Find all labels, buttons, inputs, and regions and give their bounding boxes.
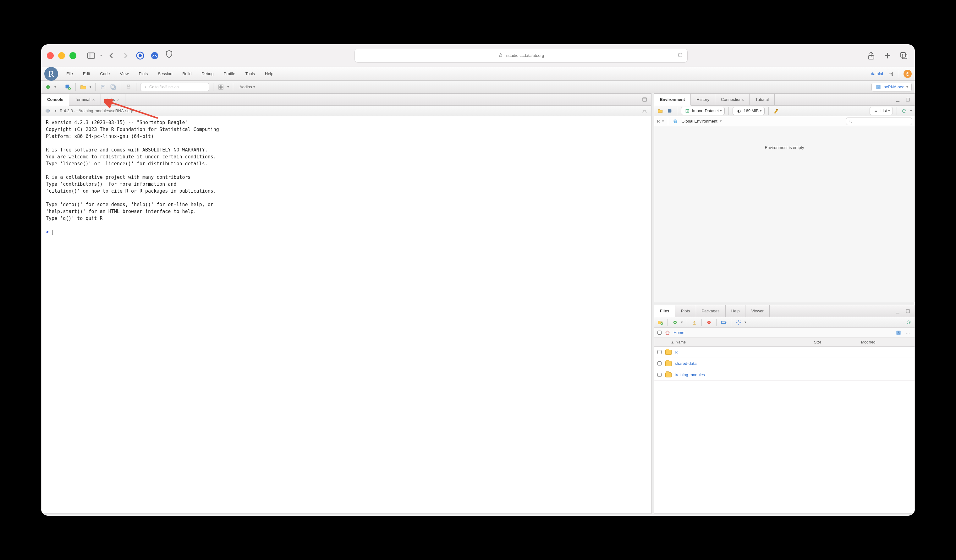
env-view-mode[interactable]: ≡ List▾ [870, 107, 893, 115]
more-icon[interactable]: … [904, 329, 911, 336]
tab-tutorial[interactable]: Tutorial [750, 94, 775, 105]
tab-help-pane[interactable]: Help [726, 305, 746, 317]
r-lang-icon[interactable]: R [45, 107, 52, 114]
r-project-icon[interactable]: R [895, 329, 902, 336]
env-search-input[interactable] [846, 118, 912, 125]
menu-file[interactable]: File [62, 69, 77, 78]
row-checkbox[interactable] [657, 373, 662, 377]
file-name[interactable]: shared-data [675, 361, 697, 366]
shield-icon[interactable] [164, 49, 175, 60]
quit-session-button[interactable] [904, 70, 912, 78]
close-icon[interactable]: × [117, 97, 120, 102]
new-tab-icon[interactable] [882, 50, 893, 61]
menu-debug[interactable]: Debug [197, 69, 218, 78]
refresh-env-icon[interactable] [901, 107, 907, 114]
refresh-files-icon[interactable] [905, 319, 912, 326]
save-icon[interactable] [99, 83, 107, 91]
gear-icon[interactable] [735, 319, 742, 326]
tabs-overview-icon[interactable] [898, 50, 909, 61]
menu-plots[interactable]: Plots [134, 69, 152, 78]
breadcrumb-home[interactable]: Home [673, 330, 684, 335]
logout-icon[interactable] [887, 71, 895, 77]
project-selector[interactable]: R scRNA-seq ▾ [871, 83, 912, 91]
refresh-icon[interactable] [677, 52, 683, 59]
tab-console[interactable]: Console [41, 94, 69, 105]
new-blank-file-icon[interactable] [671, 319, 679, 326]
new-file-icon[interactable] [44, 83, 52, 91]
clear-console-icon[interactable] [641, 107, 648, 114]
col-name[interactable]: ▲Name [654, 340, 814, 344]
open-folder-icon[interactable]: ⇗ [136, 107, 143, 114]
print-icon[interactable] [125, 83, 132, 91]
back-button[interactable] [106, 50, 116, 61]
save-workspace-icon[interactable] [666, 107, 673, 114]
file-name[interactable]: training-modules [675, 373, 705, 377]
tab-connections[interactable]: Connections [715, 94, 750, 105]
chevron-down-icon[interactable]: ▾ [54, 85, 56, 89]
chevron-down-icon[interactable]: ▾ [90, 85, 91, 89]
upload-icon[interactable] [691, 319, 698, 326]
menu-help[interactable]: Help [261, 69, 278, 78]
maximize-pane-icon[interactable] [904, 96, 911, 103]
extension-icon[interactable] [135, 50, 146, 61]
goto-file-input[interactable]: Go to file/function [140, 83, 209, 91]
row-checkbox[interactable] [657, 362, 662, 365]
minimize-pane-icon[interactable]: ▁ [895, 308, 901, 315]
tab-viewer[interactable]: Viewer [745, 305, 770, 317]
file-row[interactable]: training-modules [654, 369, 915, 381]
maximize-pane-icon[interactable] [904, 308, 911, 315]
console-output[interactable]: R version 4.2.3 (2023-03-15) -- "Shortst… [41, 116, 651, 513]
menu-session[interactable]: Session [153, 69, 177, 78]
file-name[interactable]: R [675, 350, 678, 354]
tab-history[interactable]: History [691, 94, 715, 105]
env-scope[interactable]: Global Environment [681, 119, 717, 124]
close-window-button[interactable] [47, 52, 54, 59]
col-size[interactable]: Size [814, 340, 861, 344]
address-bar[interactable]: rstudio.ccdatalab.org [354, 49, 688, 63]
extension-icon-2[interactable] [149, 50, 160, 61]
save-all-icon[interactable] [109, 83, 117, 91]
menu-build[interactable]: Build [178, 69, 196, 78]
forward-button[interactable] [120, 50, 131, 61]
addins-menu[interactable]: Addins▾ [237, 85, 258, 89]
chevron-down-icon[interactable]: ▾ [227, 85, 229, 89]
chevron-down-icon[interactable]: ▾ [100, 53, 102, 58]
menu-edit[interactable]: Edit [79, 69, 94, 78]
menu-tools[interactable]: Tools [241, 69, 259, 78]
pane-grid-icon[interactable] [217, 83, 225, 91]
minimize-window-button[interactable] [58, 52, 65, 59]
row-checkbox[interactable] [657, 350, 662, 354]
sidebar-toggle-icon[interactable] [86, 50, 96, 61]
new-folder-icon[interactable] [657, 319, 664, 326]
load-workspace-icon[interactable] [657, 107, 664, 114]
tab-environment[interactable]: Environment [654, 94, 691, 105]
home-icon[interactable] [664, 329, 671, 336]
open-file-icon[interactable] [80, 83, 87, 91]
menu-profile[interactable]: Profile [219, 69, 240, 78]
tab-files[interactable]: Files [654, 305, 675, 317]
clear-env-icon[interactable] [772, 107, 779, 114]
new-project-icon[interactable] [64, 83, 72, 91]
files-breadcrumb: Home R … [654, 328, 915, 338]
memory-usage[interactable]: ◐ 169 MiB▾ [733, 107, 765, 115]
tab-plots-pane[interactable]: Plots [675, 305, 696, 317]
rename-icon[interactable] [720, 319, 727, 326]
tab-packages[interactable]: Packages [696, 305, 726, 317]
delete-icon[interactable] [706, 319, 712, 326]
col-modified[interactable]: Modified [861, 340, 915, 344]
select-all-checkbox[interactable] [657, 330, 662, 335]
menu-view[interactable]: View [115, 69, 133, 78]
menu-code[interactable]: Code [96, 69, 114, 78]
tab-jobs[interactable]: Jobs× [101, 94, 126, 105]
minimize-pane-icon[interactable]: ▁ [895, 96, 901, 103]
import-dataset-menu[interactable]: Import Dataset▾ [681, 107, 725, 115]
env-lang[interactable]: R [657, 119, 660, 124]
share-icon[interactable] [866, 50, 876, 61]
file-row[interactable]: shared-data [654, 358, 915, 369]
tab-terminal[interactable]: Terminal× [69, 94, 101, 105]
file-row[interactable]: R [654, 347, 915, 358]
maximize-pane-icon[interactable] [641, 96, 648, 103]
fullscreen-window-button[interactable] [69, 52, 76, 59]
close-icon[interactable]: × [92, 97, 94, 102]
user-label[interactable]: datalab [871, 71, 884, 76]
